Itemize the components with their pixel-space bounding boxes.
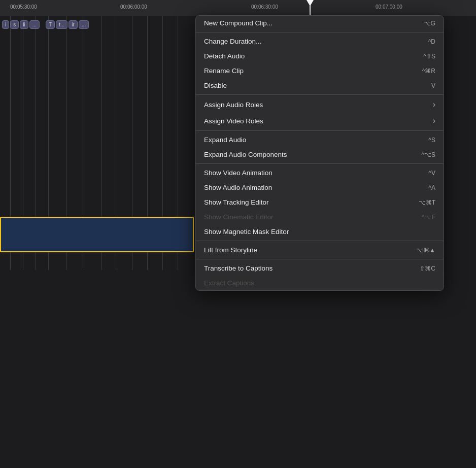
shortcut-show-tracking-editor: ⌥⌘T: [419, 199, 435, 206]
clip-chip-ellipsis1[interactable]: ...: [29, 20, 40, 29]
menu-item-transcribe-to-captions[interactable]: Transcribe to Captions⇧⌘C: [196, 261, 444, 276]
menu-item-assign-video-roles[interactable]: Assign Video Roles›: [196, 113, 444, 129]
menu-label-assign-video-roles: Assign Video Roles: [204, 117, 263, 125]
clip-chip-li[interactable]: li: [20, 20, 28, 29]
submenu-arrow-assign-audio-roles: ›: [433, 100, 435, 109]
timecode-4: 00:07:00:00: [376, 4, 402, 10]
timecode-1: 00:05:30:00: [10, 4, 37, 10]
menu-label-expand-audio: Expand Audio: [204, 136, 246, 144]
menu-label-new-compound-clip: New Compound Clip...: [204, 19, 273, 27]
timecode-3: 00:06:30:00: [251, 4, 278, 10]
menu-label-show-audio-animation: Show Audio Animation: [204, 184, 272, 191]
separator-12: [196, 163, 444, 164]
menu-label-transcribe-to-captions: Transcribe to Captions: [204, 264, 273, 272]
ruler-marks: 00:05:30:00 00:06:00:00 00:06:30:00 00:0…: [0, 0, 476, 16]
menu-label-show-video-animation: Show Video Animation: [204, 169, 273, 177]
separator-9: [196, 130, 444, 131]
menu-label-extract-captions: Extract Captions: [204, 279, 254, 287]
menu-label-expand-audio-components: Expand Audio Components: [204, 151, 287, 158]
menu-label-rename-clip: Rename Clip: [204, 67, 244, 75]
clip-chip-ir[interactable]: ir: [69, 20, 78, 29]
menu-label-lift-from-storyline: Lift from Storyline: [204, 246, 257, 254]
clip-chip-T[interactable]: T: [46, 20, 55, 29]
timecode-2: 00:06:00:00: [120, 4, 147, 10]
shortcut-transcribe-to-captions: ⇧⌘C: [420, 265, 435, 272]
menu-label-show-cinematic-editor: Show Cinematic Editor: [204, 213, 274, 221]
shortcut-show-audio-animation: ^A: [428, 184, 435, 191]
menu-item-disable[interactable]: DisableV: [196, 78, 444, 93]
menu-item-change-duration[interactable]: Change Duration...^D: [196, 34, 444, 49]
menu-label-change-duration: Change Duration...: [204, 38, 261, 45]
menu-item-new-compound-clip[interactable]: New Compound Clip...⌥G: [196, 16, 444, 30]
shortcut-show-video-animation: ^V: [428, 170, 435, 177]
menu-item-assign-audio-roles[interactable]: Assign Audio Roles›: [196, 96, 444, 113]
context-menu: New Compound Clip...⌥GChange Duration...…: [195, 15, 444, 291]
selected-clip-inner: [1, 218, 193, 251]
menu-label-assign-audio-roles: Assign Audio Roles: [204, 101, 263, 109]
clip-chip-i[interactable]: i: [2, 20, 9, 29]
clip-chip-s[interactable]: s: [10, 20, 19, 29]
clip-chips: i s li ... T t... ir ...: [0, 20, 89, 29]
separator-1: [196, 32, 444, 32]
menu-item-rename-clip[interactable]: Rename Clip^⌘R: [196, 63, 444, 78]
timeline-ruler: 00:05:30:00 00:06:00:00 00:06:30:00 00:0…: [0, 0, 476, 16]
menu-label-disable: Disable: [204, 82, 227, 89]
menu-item-detach-audio[interactable]: Detach Audio^⇧S: [196, 49, 444, 63]
menu-item-expand-audio[interactable]: Expand Audio^S: [196, 132, 444, 147]
shortcut-expand-audio: ^S: [428, 137, 435, 144]
menu-item-show-audio-animation[interactable]: Show Audio Animation^A: [196, 180, 444, 195]
menu-item-expand-audio-components[interactable]: Expand Audio Components^⌥S: [196, 147, 444, 162]
menu-item-lift-from-storyline[interactable]: Lift from Storyline⌥⌘▲: [196, 243, 444, 257]
shortcut-rename-clip: ^⌘R: [422, 68, 435, 75]
menu-label-show-tracking-editor: Show Tracking Editor: [204, 198, 269, 206]
separator-18: [196, 241, 444, 241]
playhead: [310, 0, 311, 16]
submenu-arrow-assign-video-roles: ›: [433, 116, 435, 125]
menu-item-show-cinematic-editor: Show Cinematic Editor^⌥F: [196, 210, 444, 224]
menu-label-show-magnetic-mask-editor: Show Magnetic Mask Editor: [204, 228, 289, 236]
selected-clip[interactable]: [0, 217, 194, 252]
menu-item-extract-captions: Extract Captions: [196, 276, 444, 290]
shortcut-detach-audio: ^⇧S: [423, 53, 435, 60]
separator-6: [196, 94, 444, 95]
shortcut-disable: V: [431, 82, 435, 89]
clip-chip-t[interactable]: t...: [56, 20, 67, 29]
shortcut-show-cinematic-editor: ^⌥F: [422, 214, 435, 221]
menu-item-show-tracking-editor[interactable]: Show Tracking Editor⌥⌘T: [196, 195, 444, 210]
menu-label-detach-audio: Detach Audio: [204, 52, 245, 60]
shortcut-expand-audio-components: ^⌥S: [421, 151, 435, 158]
playhead-marker: [307, 0, 314, 6]
separator-20: [196, 259, 444, 259]
shortcut-new-compound-clip: ⌥G: [424, 20, 435, 27]
menu-item-show-magnetic-mask-editor[interactable]: Show Magnetic Mask Editor: [196, 224, 444, 239]
shortcut-lift-from-storyline: ⌥⌘▲: [416, 247, 435, 254]
clip-chip-ellipsis2[interactable]: ...: [79, 20, 89, 29]
shortcut-change-duration: ^D: [428, 38, 435, 45]
menu-item-show-video-animation[interactable]: Show Video Animation^V: [196, 165, 444, 180]
